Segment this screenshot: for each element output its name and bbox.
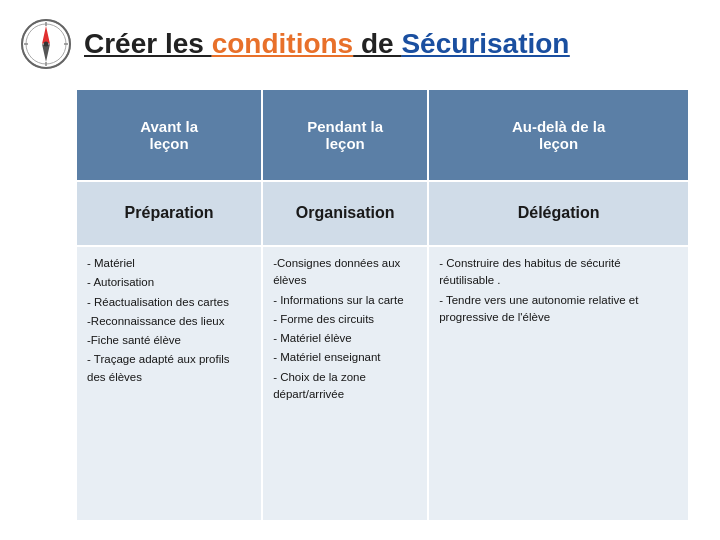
page-title: Créer les conditions de Sécurisation — [84, 28, 569, 60]
label-organisation-text: Organisation — [296, 204, 395, 221]
title-prefix: Créer les — [84, 28, 212, 59]
col-header-2-text: Pendant laleçon — [307, 118, 383, 152]
label-delegation-text: Délégation — [518, 204, 600, 221]
title-blue: Sécurisation — [401, 28, 569, 59]
col-header-2: Pendant laleçon — [262, 89, 428, 181]
label-preparation-text: Préparation — [125, 204, 214, 221]
table-wrapper: Avant laleçon Pendant laleçon Au-delà de… — [75, 88, 690, 522]
main-table: Avant laleçon Pendant laleçon Au-delà de… — [75, 88, 690, 522]
content-delegation: - Construire des habitus de sécurité réu… — [428, 246, 689, 521]
content-row: - Matériel - Autorisation - Réactualisat… — [76, 246, 689, 521]
label-preparation: Préparation — [76, 181, 262, 246]
label-organisation: Organisation — [262, 181, 428, 246]
header: Créer les conditions de Sécurisation — [20, 18, 690, 70]
col-header-1-text: Avant laleçon — [140, 118, 198, 152]
content-preparation: - Matériel - Autorisation - Réactualisat… — [76, 246, 262, 521]
content-organisation: -Consignes données aux élèves - Informat… — [262, 246, 428, 521]
svg-point-4 — [44, 42, 49, 47]
title-middle: de — [353, 28, 401, 59]
col-header-3-text: Au-delà de laleçon — [512, 118, 605, 152]
compass-icon — [20, 18, 72, 70]
title-highlight: conditions — [212, 28, 354, 59]
col-header-3: Au-delà de laleçon — [428, 89, 689, 181]
header-row: Avant laleçon Pendant laleçon Au-delà de… — [76, 89, 689, 181]
page: Créer les conditions de Sécurisation Ava… — [0, 0, 720, 540]
label-row: Préparation Organisation Délégation — [76, 181, 689, 246]
col-header-1: Avant laleçon — [76, 89, 262, 181]
label-delegation: Délégation — [428, 181, 689, 246]
